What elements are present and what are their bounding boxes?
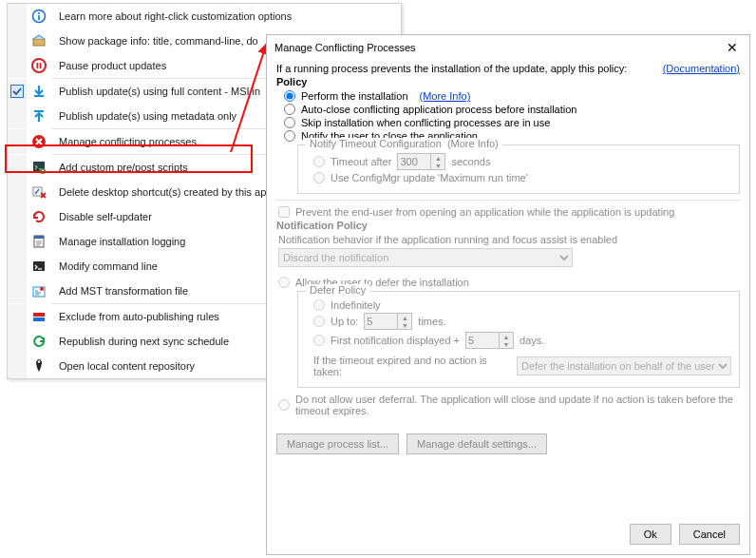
- svg-point-17: [40, 287, 44, 291]
- radio-autoclose[interactable]: [284, 104, 295, 115]
- menu-check-col: [8, 354, 27, 378]
- label-use-configmgr: Use ConfigMgr update 'Maximum run time': [331, 172, 528, 183]
- defer-upto-value: [365, 314, 397, 329]
- label-defer-days: days.: [520, 335, 544, 346]
- chevron-down-icon: ▼: [431, 162, 444, 169]
- label-defer-indef: Indefinitely: [331, 299, 381, 311]
- ok-button[interactable]: Ok: [630, 524, 671, 545]
- menu-item-label: Disable self-updater: [51, 211, 152, 222]
- more-info-link[interactable]: (More Info): [420, 90, 471, 102]
- defer-policy-group: Defer Policy Indefinitely Up to: ▲▼ time…: [297, 291, 740, 388]
- menu-check-col: [8, 180, 27, 204]
- upload-icon: [27, 108, 51, 124]
- defer-first-spinner: ▲▼: [465, 332, 514, 349]
- cmd-icon: [27, 259, 51, 274]
- menu-check-col: [8, 229, 27, 254]
- notify-more-info: (More Info): [447, 138, 499, 149]
- check-icon: [10, 85, 24, 98]
- menu-check-col: [8, 104, 27, 128]
- svg-point-4: [32, 59, 46, 72]
- exclude-icon: [27, 309, 51, 324]
- check-prevent-open: [278, 206, 290, 218]
- republish-icon: [27, 334, 51, 349]
- menu-check-col: [8, 129, 27, 154]
- mst-icon: [27, 283, 51, 298]
- radio-use-configmgr: [313, 172, 325, 183]
- timeout-action-select: Defer the installation on behalf of the …: [517, 356, 731, 375]
- label-timeout-expired: If the timeout expired and no action is …: [313, 355, 511, 377]
- svg-rect-6: [40, 63, 42, 68]
- label-deny-defer: Do not allow user deferral. The applicat…: [295, 394, 740, 416]
- cancel-button[interactable]: Cancel: [679, 524, 740, 545]
- defer-first-value: [466, 333, 499, 348]
- menu-check-col: [8, 4, 27, 29]
- label-seconds: seconds: [451, 156, 490, 167]
- menu-item[interactable]: Learn more about right-click customizati…: [8, 4, 401, 29]
- label-prevent-open: Prevent the end-user from opening an app…: [295, 206, 674, 218]
- label-autoclose: Auto-close conflicting application proce…: [301, 104, 576, 115]
- menu-item-label: Modify command line: [51, 260, 158, 272]
- menu-item-label: Manage conflicting processes...: [51, 136, 205, 147]
- svg-point-20: [38, 360, 41, 363]
- menu-item-label: Pause product updates: [51, 60, 166, 71]
- documentation-link[interactable]: (Documentation): [663, 63, 740, 74]
- radio-skip[interactable]: [284, 117, 295, 128]
- svg-rect-5: [37, 63, 39, 68]
- download-icon: [27, 84, 51, 99]
- menu-check-col: [8, 79, 27, 104]
- svg-rect-19: [33, 317, 45, 321]
- radio-allow-defer: [278, 277, 290, 288]
- timeout-value: [398, 154, 430, 169]
- label-defer-times: times.: [418, 316, 445, 327]
- notification-policy-heading: Notification Policy: [276, 220, 740, 231]
- menu-item-label: Manage installation logging: [51, 236, 185, 247]
- package-icon: [27, 33, 51, 48]
- defer-upto-spinner: ▲▼: [364, 313, 412, 330]
- repo-icon: [27, 358, 51, 374]
- menu-item-label: Publish update(s) using metadata only: [51, 110, 236, 122]
- script-icon: [27, 160, 51, 175]
- chevron-up-icon: ▲: [398, 314, 411, 321]
- label-defer-first: First notification displayed +: [331, 335, 460, 346]
- label-perform: Perform the installation: [301, 90, 408, 102]
- manage-process-list-button: Manage process list...: [276, 433, 399, 454]
- svg-rect-7: [34, 95, 44, 97]
- label-timeout-after: Timeout after: [331, 156, 391, 167]
- svg-rect-3: [33, 39, 45, 46]
- chevron-down-icon: ▼: [500, 340, 513, 348]
- notify-timeout-group: Notify Timeout Configuration (More Info)…: [297, 144, 740, 194]
- manage-default-settings-button: Manage default settings...: [406, 433, 547, 454]
- menu-item-label: Add MST transformation file: [51, 285, 188, 297]
- radio-notify[interactable]: [284, 130, 295, 142]
- menu-item-label: Open local content repository: [51, 360, 195, 372]
- menu-check-col: [8, 204, 27, 229]
- notification-policy-select: Discard the notification: [278, 248, 573, 267]
- svg-rect-8: [34, 110, 44, 112]
- radio-timeout-after: [313, 156, 325, 167]
- chevron-up-icon: ▲: [500, 333, 513, 340]
- svg-rect-2: [38, 15, 40, 20]
- notification-policy-desc: Notification behavior if the application…: [278, 234, 740, 245]
- info-icon: [27, 9, 51, 24]
- radio-defer-upto: [313, 316, 325, 327]
- radio-perform[interactable]: [284, 90, 295, 102]
- refresh-icon: [27, 209, 51, 224]
- radio-defer-indef: [313, 299, 325, 311]
- defer-group-legend: Defer Policy: [306, 284, 369, 296]
- menu-check-col: [8, 304, 27, 329]
- close-icon[interactable]: ✕: [723, 40, 742, 55]
- chevron-down-icon: ▼: [398, 321, 411, 329]
- policy-heading: Policy: [276, 76, 740, 87]
- deny-icon: [27, 134, 51, 149]
- menu-item-label: Add custom pre/post scripts: [51, 162, 188, 173]
- menu-check-col: [8, 279, 27, 303]
- timeout-spinner: ▲▼: [397, 153, 445, 170]
- del-shortcut-icon: [27, 184, 51, 200]
- menu-item-label: Publish update(s) using full content - M…: [51, 86, 260, 97]
- menu-check-col: [8, 329, 27, 354]
- menu-item-label: Learn more about right-click customizati…: [51, 10, 292, 22]
- dialog-title: Manage Conflicting Processes: [274, 42, 416, 53]
- svg-rect-18: [33, 313, 45, 317]
- menu-check-col: [8, 29, 27, 53]
- menu-check-col: [8, 53, 27, 78]
